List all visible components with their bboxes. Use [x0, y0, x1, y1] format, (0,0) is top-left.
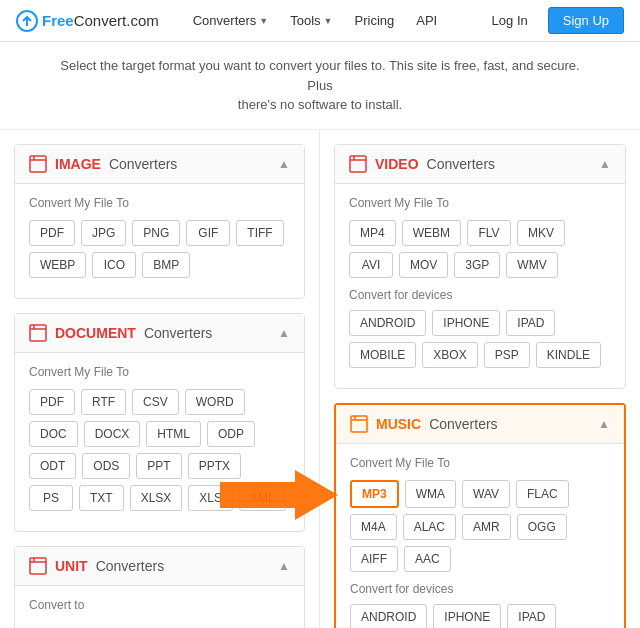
- vid-btn-3gp[interactable]: 3GP: [454, 252, 500, 278]
- format-btn-bmp[interactable]: BMP: [142, 252, 190, 278]
- doc-btn-csv[interactable]: CSV: [132, 389, 179, 415]
- nav-pricing[interactable]: Pricing: [345, 9, 405, 32]
- right-column: VIDEO Converters ▲ Convert My File To MP…: [320, 130, 640, 629]
- vid-btn-wmv[interactable]: WMV: [506, 252, 557, 278]
- video-devices-label: Convert for devices: [349, 288, 611, 302]
- doc-btn-rtf[interactable]: RTF: [81, 389, 126, 415]
- music-btn-mp3[interactable]: MP3: [350, 480, 399, 508]
- format-btn-tiff[interactable]: TIFF: [236, 220, 283, 246]
- music-section-title: MUSIC Converters: [350, 415, 498, 433]
- doc-btn-pdf[interactable]: PDF: [29, 389, 75, 415]
- format-btn-jpg[interactable]: JPG: [81, 220, 126, 246]
- doc-btn-word[interactable]: WORD: [185, 389, 245, 415]
- document-section-content: Convert My File To PDF RTF CSV WORD DOC …: [15, 353, 304, 531]
- music-device-ipad[interactable]: IPAD: [507, 604, 556, 629]
- music-section-content: Convert My File To MP3 WMA WAV FLAC M4A …: [336, 444, 624, 629]
- doc-btn-docx[interactable]: DOCX: [84, 421, 141, 447]
- image-collapse-button[interactable]: ▲: [278, 157, 290, 171]
- nav-api[interactable]: API: [406, 9, 447, 32]
- login-button[interactable]: Log In: [480, 8, 540, 33]
- format-btn-gif[interactable]: GIF: [186, 220, 230, 246]
- unit-section-header: UNIT Converters ▲: [15, 547, 304, 586]
- unit-section: UNIT Converters ▲ Convert to: [14, 546, 305, 629]
- music-collapse-button[interactable]: ▲: [598, 417, 610, 431]
- vid-device-ipad[interactable]: IPAD: [506, 310, 555, 336]
- format-btn-webp[interactable]: WEBP: [29, 252, 86, 278]
- unit-section-content: Convert to: [15, 586, 304, 629]
- nav-converters[interactable]: Converters ▼: [183, 9, 279, 32]
- music-section: MUSIC Converters ▲ Convert My File To MP…: [334, 403, 626, 629]
- logo-domain: .com: [126, 12, 159, 29]
- music-btn-flac[interactable]: FLAC: [516, 480, 569, 508]
- video-convert-label: Convert My File To: [349, 196, 611, 210]
- music-btn-alac[interactable]: ALAC: [403, 514, 456, 540]
- document-section-icon: [29, 324, 47, 342]
- image-convert-label: Convert My File To: [29, 196, 290, 210]
- music-btn-m4a[interactable]: M4A: [350, 514, 397, 540]
- video-collapse-button[interactable]: ▲: [599, 157, 611, 171]
- doc-btn-html[interactable]: HTML: [146, 421, 201, 447]
- image-section: IMAGE Converters ▲ Convert My File To PD…: [14, 144, 305, 299]
- doc-btn-xml[interactable]: XML: [239, 485, 286, 511]
- unit-section-title: UNIT Converters: [29, 557, 164, 575]
- doc-btn-ps[interactable]: PS: [29, 485, 73, 511]
- doc-btn-xlsx[interactable]: XLSX: [130, 485, 183, 511]
- header: FreeConvert.com Converters ▼ Tools ▼ Pri…: [0, 0, 640, 42]
- svg-rect-4: [30, 325, 46, 341]
- logo-convert: Convert: [74, 12, 127, 29]
- format-btn-ico[interactable]: ICO: [92, 252, 136, 278]
- music-device-buttons: ANDROID IPHONE IPAD IPOD: [350, 604, 610, 629]
- video-section-content: Convert My File To MP4 WEBM FLV MKV AVI …: [335, 184, 625, 388]
- music-btn-wma[interactable]: WMA: [405, 480, 456, 508]
- music-btn-wav[interactable]: WAV: [462, 480, 510, 508]
- vid-btn-mp4[interactable]: MP4: [349, 220, 396, 246]
- video-format-buttons: MP4 WEBM FLV MKV AVI MOV 3GP WMV: [349, 220, 611, 278]
- doc-btn-ods[interactable]: ODS: [82, 453, 130, 479]
- format-btn-pdf[interactable]: PDF: [29, 220, 75, 246]
- vid-btn-avi[interactable]: AVI: [349, 252, 393, 278]
- music-section-header: MUSIC Converters ▲: [336, 405, 624, 444]
- document-collapse-button[interactable]: ▲: [278, 326, 290, 340]
- music-section-icon: [350, 415, 368, 433]
- image-section-content: Convert My File To PDF JPG PNG GIF TIFF …: [15, 184, 304, 298]
- vid-btn-webm[interactable]: WEBM: [402, 220, 461, 246]
- video-device-buttons: ANDROID IPHONE IPAD MOBILE XBOX PSP KIND…: [349, 310, 611, 368]
- doc-btn-odp[interactable]: ODP: [207, 421, 255, 447]
- doc-btn-xls[interactable]: XLS: [188, 485, 233, 511]
- unit-collapse-button[interactable]: ▲: [278, 559, 290, 573]
- image-section-header: IMAGE Converters ▲: [15, 145, 304, 184]
- chevron-down-icon: ▼: [324, 16, 333, 26]
- music-btn-amr[interactable]: AMR: [462, 514, 511, 540]
- music-btn-aac[interactable]: AAC: [404, 546, 451, 572]
- left-column: IMAGE Converters ▲ Convert My File To PD…: [0, 130, 320, 629]
- unit-section-icon: [29, 557, 47, 575]
- vid-btn-flv[interactable]: FLV: [467, 220, 511, 246]
- doc-btn-odt[interactable]: ODT: [29, 453, 76, 479]
- video-section-title: VIDEO Converters: [349, 155, 495, 173]
- vid-device-android[interactable]: ANDROID: [349, 310, 426, 336]
- signup-button[interactable]: Sign Up: [548, 7, 624, 34]
- main-content: IMAGE Converters ▲ Convert My File To PD…: [0, 130, 640, 629]
- doc-btn-doc[interactable]: DOC: [29, 421, 78, 447]
- vid-btn-mov[interactable]: MOV: [399, 252, 448, 278]
- vid-device-iphone[interactable]: IPHONE: [432, 310, 500, 336]
- vid-btn-mkv[interactable]: MKV: [517, 220, 565, 246]
- vid-device-xbox[interactable]: XBOX: [422, 342, 477, 368]
- vid-device-kindle[interactable]: KINDLE: [536, 342, 601, 368]
- nav-tools[interactable]: Tools ▼: [280, 9, 342, 32]
- doc-btn-pptx[interactable]: PPTX: [188, 453, 241, 479]
- vid-device-psp[interactable]: PSP: [484, 342, 530, 368]
- logo[interactable]: FreeConvert.com: [16, 10, 159, 32]
- video-section-header: VIDEO Converters ▲: [335, 145, 625, 184]
- music-device-android[interactable]: ANDROID: [350, 604, 427, 629]
- doc-btn-txt[interactable]: TXT: [79, 485, 124, 511]
- logo-free: Free: [42, 12, 74, 29]
- vid-device-mobile[interactable]: MOBILE: [349, 342, 416, 368]
- music-btn-aiff[interactable]: AIFF: [350, 546, 398, 572]
- doc-btn-ppt[interactable]: PPT: [136, 453, 181, 479]
- chevron-down-icon: ▼: [259, 16, 268, 26]
- main-nav: Converters ▼ Tools ▼ Pricing API: [183, 9, 480, 32]
- music-device-iphone[interactable]: IPHONE: [433, 604, 501, 629]
- format-btn-png[interactable]: PNG: [132, 220, 180, 246]
- music-btn-ogg[interactable]: OGG: [517, 514, 567, 540]
